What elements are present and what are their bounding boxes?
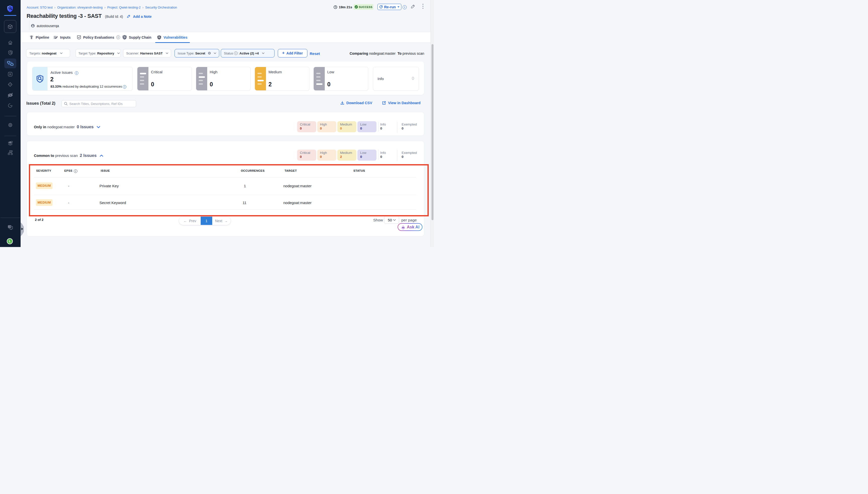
svg-text:?: ? xyxy=(10,226,11,228)
